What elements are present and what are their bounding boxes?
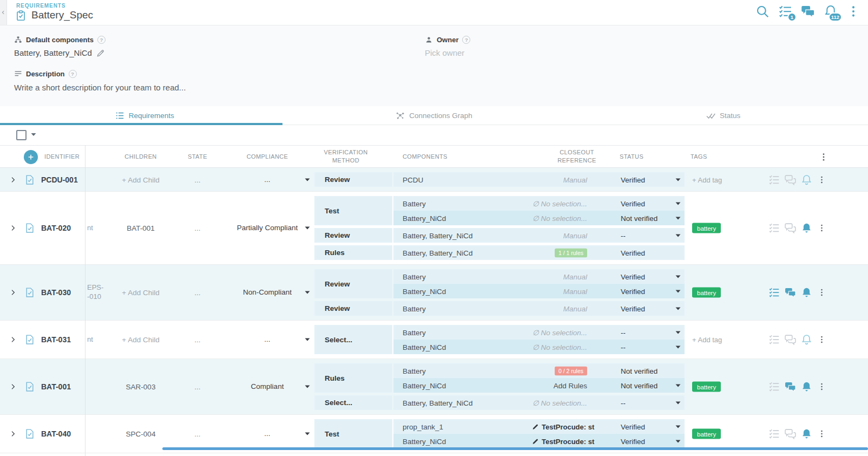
closeout-reference-cell[interactable]: Manual	[530, 304, 598, 312]
state-cell[interactable]: ...	[177, 336, 218, 344]
status-cell[interactable]: Verified	[621, 249, 645, 257]
children-cell[interactable]: SAR-003	[97, 383, 184, 391]
edit-pencil-icon[interactable]	[96, 49, 105, 57]
closeout-reference-cell[interactable]: Manual	[530, 272, 598, 281]
status-cell[interactable]: --	[621, 328, 626, 336]
identifier-cell[interactable]: BAT-020	[41, 224, 71, 232]
row-menu-icon[interactable]	[817, 335, 826, 345]
status-dropdown-icon[interactable]	[675, 233, 681, 237]
requirement-doc-icon[interactable]	[24, 174, 35, 185]
identifier-cell[interactable]: BAT-031	[41, 335, 71, 344]
requirement-doc-icon[interactable]	[24, 287, 35, 298]
tasks-icon[interactable]	[768, 223, 780, 234]
expand-row-icon[interactable]	[9, 224, 17, 232]
identifier-cell[interactable]: BAT-030	[41, 288, 71, 297]
add-requirement-button[interactable]	[24, 150, 38, 164]
more-menu-icon[interactable]	[846, 4, 860, 18]
add-rules-button[interactable]: Add Rules	[530, 381, 598, 389]
status-cell[interactable]: --	[621, 343, 626, 351]
expand-row-icon[interactable]	[9, 430, 17, 438]
row-menu-icon[interactable]	[817, 223, 826, 233]
status-cell[interactable]: Verified	[621, 422, 645, 431]
status-cell[interactable]: --	[621, 399, 626, 407]
children-cell[interactable]: BAT-001	[97, 224, 184, 232]
status-cell[interactable]: Verified	[621, 437, 645, 445]
notifications-icon[interactable]	[801, 334, 812, 346]
tasks-icon[interactable]	[768, 381, 780, 393]
components-cell[interactable]: Battery_NiCd	[403, 437, 446, 445]
tasks-icon[interactable]	[768, 334, 780, 346]
tasks-icon[interactable]	[768, 174, 780, 185]
horizontal-scrollbar[interactable]	[162, 447, 868, 450]
status-dropdown-icon[interactable]	[675, 345, 681, 349]
identifier-cell[interactable]: PCDU-001	[41, 175, 78, 184]
components-cell[interactable]: Battery	[403, 367, 426, 375]
tasks-icon[interactable]	[768, 287, 780, 298]
help-icon[interactable]: ?	[97, 36, 106, 44]
comments-icon[interactable]	[785, 334, 796, 346]
closeout-reference-cell[interactable]: TestProcude: st	[530, 437, 598, 445]
status-dropdown-icon[interactable]	[675, 401, 681, 405]
components-cell[interactable]: Battery	[403, 328, 426, 336]
verification-method-cell[interactable]: Rules	[314, 363, 392, 393]
table-options-icon[interactable]	[819, 152, 828, 162]
compliance-cell[interactable]: Compliant	[234, 382, 301, 392]
description-input[interactable]: Write a short description for your team …	[14, 83, 186, 92]
notifications-icon[interactable]	[801, 381, 812, 393]
identifier-cell[interactable]: BAT-001	[41, 382, 71, 391]
verification-method-cell[interactable]: Test	[314, 419, 392, 448]
components-cell[interactable]: prop_tank_1	[403, 422, 443, 431]
verification-method-cell[interactable]: Select...	[314, 395, 392, 410]
status-cell[interactable]: Verified	[621, 304, 645, 312]
status-cell[interactable]: --	[621, 231, 626, 239]
verification-method-cell[interactable]: Review	[314, 172, 392, 187]
add-child-button[interactable]: + Add Child	[97, 336, 184, 344]
components-cell[interactable]: Battery_NiCd	[403, 343, 446, 351]
compliance-cell[interactable]: Partially Compliant	[234, 224, 301, 233]
compliance-dropdown-icon[interactable]	[305, 385, 310, 389]
components-cell[interactable]: Battery	[403, 272, 426, 281]
tag-badge[interactable]: battery	[692, 382, 721, 392]
notifications-bell-icon[interactable]: 112	[824, 4, 838, 18]
status-dropdown-icon[interactable]	[675, 289, 681, 293]
comments-icon[interactable]	[801, 4, 815, 18]
children-cell[interactable]: SPC-004	[97, 430, 184, 438]
tasks-icon[interactable]	[768, 428, 780, 440]
requirement-doc-icon[interactable]	[24, 428, 35, 439]
comments-icon[interactable]	[785, 174, 796, 185]
tab-status[interactable]: Status	[578, 106, 868, 125]
tab-connections-graph[interactable]: Connections Graph	[290, 106, 579, 125]
add-child-button[interactable]: + Add Child	[97, 175, 184, 184]
verification-method-cell[interactable]: Rules	[314, 245, 392, 260]
expand-row-icon[interactable]	[9, 336, 17, 343]
tag-badge[interactable]: battery	[692, 429, 721, 439]
components-cell[interactable]: Battery, Battery_NiCd	[403, 231, 473, 239]
status-cell[interactable]: Verified	[621, 272, 645, 281]
comments-icon[interactable]	[785, 428, 796, 440]
verification-method-cell[interactable]: Test	[314, 196, 392, 225]
help-icon[interactable]: ?	[462, 36, 470, 44]
state-cell[interactable]: ...	[177, 430, 218, 438]
components-cell[interactable]: Battery_NiCd	[403, 381, 446, 389]
components-cell[interactable]: Battery	[403, 199, 426, 207]
closeout-reference-cell[interactable]: 1 / 1 rules	[530, 248, 598, 257]
select-all-checkbox[interactable]	[16, 130, 27, 140]
requirement-doc-icon[interactable]	[24, 334, 35, 345]
closeout-reference-cell[interactable]: ∅ No selection...	[530, 328, 598, 337]
search-icon[interactable]	[755, 4, 770, 18]
owner-picker[interactable]: Pick owner	[425, 48, 470, 57]
components-cell[interactable]: Battery_NiCd	[403, 287, 446, 295]
closeout-reference-cell[interactable]: 0 / 2 rules	[530, 366, 598, 375]
compliance-dropdown-icon[interactable]	[305, 291, 310, 295]
requirement-doc-icon[interactable]	[24, 223, 35, 233]
verification-method-cell[interactable]: Review	[314, 269, 392, 298]
closeout-reference-cell[interactable]: Manual	[530, 175, 598, 184]
components-cell[interactable]: Battery_NiCd	[403, 214, 446, 222]
notifications-icon[interactable]	[801, 428, 812, 440]
add-tag-button[interactable]: + Add tag	[692, 336, 722, 344]
status-cell[interactable]: Not verified	[621, 367, 657, 375]
components-cell[interactable]: PCDU	[403, 175, 423, 184]
requirement-doc-icon[interactable]	[24, 381, 35, 392]
notifications-icon[interactable]	[801, 287, 812, 298]
closeout-reference-cell[interactable]: ∅ No selection...	[530, 199, 598, 208]
